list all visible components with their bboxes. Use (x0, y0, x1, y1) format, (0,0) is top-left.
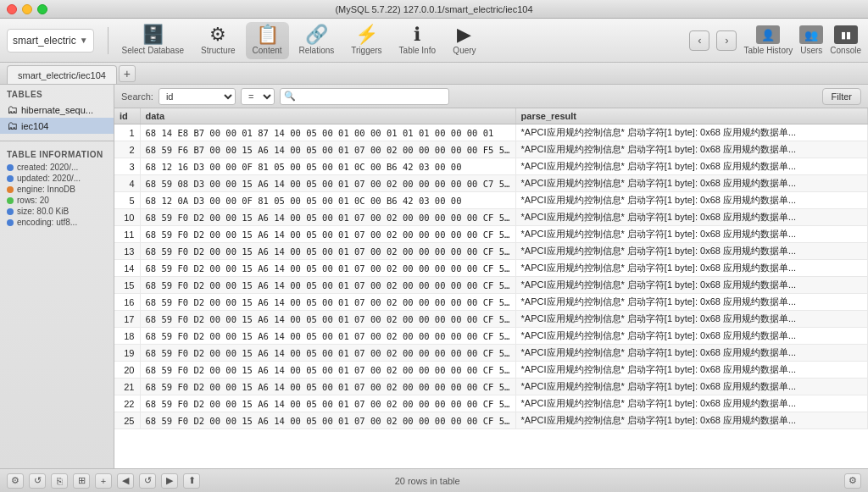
cell-parse-result: *APCI应用规约控制信息* 启动字符[1 byte]: 0x68 应用规约数据… (515, 277, 867, 294)
cell-data: 68 59 F0 D2 00 00 15 A6 14 00 05 00 01 0… (140, 243, 515, 260)
status-add-row-button[interactable]: + (95, 473, 112, 489)
search-input[interactable] (296, 91, 445, 102)
search-operator-select[interactable]: = != LIKE (241, 88, 275, 105)
content-button[interactable]: 📋 Content (246, 22, 289, 59)
table-row[interactable]: 468 59 08 D3 00 00 15 A6 14 00 05 00 01 … (114, 175, 868, 192)
relations-button[interactable]: 🔗 Relations (292, 22, 342, 59)
info-rows: rows: 20 (0, 195, 114, 206)
cell-id: 20 (114, 362, 140, 379)
table-row[interactable]: 1168 59 F0 D2 00 00 15 A6 14 00 05 00 01… (114, 226, 868, 243)
cell-data: 68 59 F0 D2 00 00 15 A6 14 00 05 00 01 0… (140, 311, 515, 328)
info-engine: engine: InnoDB (0, 184, 114, 195)
triggers-button[interactable]: ⚡ Triggers (344, 22, 388, 59)
tab-add-button[interactable]: + (119, 65, 136, 82)
col-header-data[interactable]: data (140, 108, 515, 124)
table-row[interactable]: 1368 59 F0 D2 00 00 15 A6 14 00 05 00 01… (114, 243, 868, 260)
structure-button[interactable]: ⚙ Structure (194, 22, 242, 59)
search-input-wrap: 🔍 (280, 88, 449, 105)
table-header: id data parse_result (114, 108, 868, 124)
sidebar-item-hibernate[interactable]: 🗂 hibernate_sequ... (0, 102, 114, 118)
db-selector[interactable]: smart_electric ▼ (7, 29, 94, 53)
filter-button[interactable]: Filter (822, 88, 861, 105)
cell-data: 68 59 F0 D2 00 00 15 A6 14 00 05 00 01 0… (140, 362, 515, 379)
table-row[interactable]: 1068 59 F0 D2 00 00 15 A6 14 00 05 00 01… (114, 209, 868, 226)
info-updated: updated: 2020/... (0, 173, 114, 184)
status-copy-button[interactable]: ⎘ (51, 473, 68, 489)
relations-icon: 🔗 (305, 25, 328, 44)
table-info-title: TABLE INFORMATION (0, 145, 114, 162)
table-row[interactable]: 2168 59 F0 D2 00 00 15 A6 14 00 05 00 01… (114, 379, 868, 395)
cell-parse-result: *APCI应用规约控制信息* 启动字符[1 byte]: 0x68 应用规约数据… (515, 209, 867, 226)
main-area: TABLES 🗂 hibernate_sequ... 🗂 iec104 TABL… (0, 85, 868, 468)
table-row[interactable]: 268 59 F6 B7 00 00 15 A6 14 00 05 00 01 … (114, 141, 868, 158)
database-icon: 🗄️ (142, 25, 164, 44)
status-right: ⚙ (844, 473, 861, 489)
table-row[interactable]: 568 12 0A D3 00 00 0F 81 05 00 05 00 01 … (114, 192, 868, 209)
cell-id: 14 (114, 260, 140, 277)
cell-data: 68 59 F0 D2 00 00 15 A6 14 00 05 00 01 0… (140, 277, 515, 294)
table-row[interactable]: 1668 59 F0 D2 00 00 15 A6 14 00 05 00 01… (114, 294, 868, 311)
close-button[interactable] (7, 4, 17, 14)
info-dot-engine (7, 186, 14, 193)
table-row[interactable]: 1468 59 F0 D2 00 00 15 A6 14 00 05 00 01… (114, 260, 868, 277)
status-next-button[interactable]: ▶ (161, 473, 178, 489)
table-row[interactable]: 1768 59 F0 D2 00 00 15 A6 14 00 05 00 01… (114, 311, 868, 328)
status-reload-button[interactable]: ↺ (139, 473, 156, 489)
cell-id: 15 (114, 277, 140, 294)
col-header-parse-result[interactable]: parse_result (515, 108, 867, 124)
table-info-section: TABLE INFORMATION created: 2020/... upda… (0, 141, 114, 228)
table-history-button[interactable]: 👤 Table History (743, 25, 793, 55)
table-row[interactable]: 2268 59 F0 D2 00 00 15 A6 14 00 05 00 01… (114, 395, 868, 412)
tab-smart-electric-iec104[interactable]: smart_electric/iec104 (7, 65, 117, 84)
table-row[interactable]: 2068 59 F0 D2 00 00 15 A6 14 00 05 00 01… (114, 362, 868, 379)
table-row[interactable]: 368 12 16 D3 00 00 0F 81 05 00 05 00 01 … (114, 158, 868, 175)
console-button[interactable]: ▮▮ Console (830, 25, 861, 55)
data-table-wrap[interactable]: id data parse_result 168 14 E8 B7 00 00 … (114, 108, 868, 468)
sidebar-item-iec104[interactable]: 🗂 iec104 (0, 118, 114, 134)
select-database-button[interactable]: 🗄️ Select Database (115, 22, 191, 59)
status-export-button[interactable]: ⬆ (183, 473, 200, 489)
maximize-button[interactable] (37, 4, 47, 14)
cell-id: 10 (114, 209, 140, 226)
cell-id: 22 (114, 395, 140, 412)
table-row[interactable]: 1968 59 F0 D2 00 00 15 A6 14 00 05 00 01… (114, 345, 868, 362)
status-columns-button[interactable]: ⊞ (73, 473, 90, 489)
table-row[interactable]: 1568 59 F0 D2 00 00 15 A6 14 00 05 00 01… (114, 277, 868, 294)
minimize-button[interactable] (22, 4, 32, 14)
status-settings-right-button[interactable]: ⚙ (844, 473, 861, 489)
cell-data: 68 12 16 D3 00 00 0F 81 05 00 05 00 01 0… (140, 158, 515, 175)
cell-parse-result: *APCI应用规约控制信息* 启动字符[1 byte]: 0x68 应用规约数据… (515, 158, 867, 175)
cell-data: 68 59 08 D3 00 00 15 A6 14 00 05 00 01 0… (140, 175, 515, 192)
cell-id: 2 (114, 141, 140, 158)
cell-id: 16 (114, 294, 140, 311)
status-prev-button[interactable]: ◀ (117, 473, 134, 489)
table-row[interactable]: 1868 59 F0 D2 00 00 15 A6 14 00 05 00 01… (114, 328, 868, 345)
cell-parse-result: *APCI应用规约控制信息* 启动字符[1 byte]: 0x68 应用规约数据… (515, 311, 867, 328)
status-rows-text: 20 rows in table (395, 476, 460, 486)
col-header-id[interactable]: id (114, 108, 140, 124)
status-bar: ⚙ ↺ ⎘ ⊞ + ◀ ↺ ▶ ⬆ 20 rows in table ⚙ (0, 468, 868, 492)
tables-section-title: TABLES (0, 85, 114, 102)
search-field-select[interactable]: id data parse_result (159, 88, 236, 105)
cell-parse-result: *APCI应用规约控制信息* 启动字符[1 byte]: 0x68 应用规约数据… (515, 260, 867, 277)
search-label: Search: (121, 91, 153, 102)
triggers-icon: ⚡ (355, 25, 378, 44)
table-info-button[interactable]: ℹ Table Info (392, 22, 442, 59)
cell-data: 68 59 F0 D2 00 00 15 A6 14 00 05 00 01 0… (140, 209, 515, 226)
users-button[interactable]: 👥 Users (799, 25, 823, 55)
cell-id: 11 (114, 226, 140, 243)
table-history-icon: 👤 (756, 25, 780, 44)
table-row[interactable]: 168 14 E8 B7 00 00 01 87 14 00 05 00 01 … (114, 124, 868, 141)
nav-forward-button[interactable]: › (716, 30, 737, 51)
table-row[interactable]: 2568 59 F0 D2 00 00 15 A6 14 00 05 00 01… (114, 412, 868, 429)
info-dot-created (7, 164, 14, 171)
cell-data: 68 59 F0 D2 00 00 15 A6 14 00 05 00 01 0… (140, 260, 515, 277)
nav-back-button[interactable]: ‹ (689, 30, 709, 51)
cell-data: 68 59 F0 D2 00 00 15 A6 14 00 05 00 01 0… (140, 328, 515, 345)
info-dot-encoding (7, 219, 14, 226)
traffic-lights (7, 4, 47, 14)
status-settings-button[interactable]: ⚙ (7, 473, 24, 489)
cell-data: 68 12 0A D3 00 00 0F 81 05 00 05 00 01 0… (140, 192, 515, 209)
status-refresh-button[interactable]: ↺ (29, 473, 46, 489)
query-button[interactable]: ▶ Query (446, 22, 483, 59)
